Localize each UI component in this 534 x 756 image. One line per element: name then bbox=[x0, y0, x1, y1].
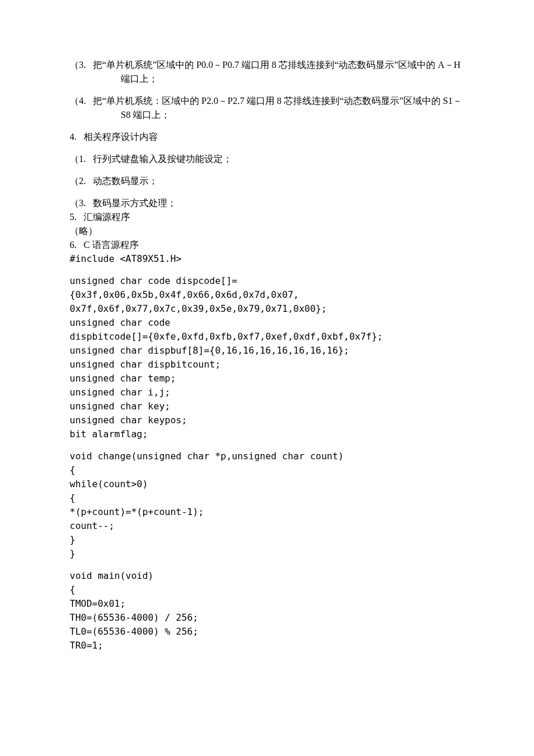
code-key: unsigned char key; bbox=[70, 399, 464, 413]
code-brace-close: } bbox=[70, 547, 464, 561]
blank-line bbox=[70, 266, 464, 274]
code-tl0: TL0=(65536-4000) % 256; bbox=[70, 625, 464, 639]
code-keypos: unsigned char keypos; bbox=[70, 413, 464, 427]
code-while: while(count>0) bbox=[70, 477, 464, 491]
code-temp: unsigned char temp; bbox=[70, 372, 464, 386]
code-assign: *(p+count)=*(p+count-1); bbox=[70, 505, 464, 519]
section-5-omit: （略） bbox=[70, 224, 464, 238]
code-ij: unsigned char i,j; bbox=[70, 386, 464, 399]
code-decrement: count--; bbox=[70, 519, 464, 533]
section-4-item-1: （1. 行列式键盘输入及按键功能设定； bbox=[70, 152, 464, 166]
blank-line bbox=[70, 561, 464, 569]
code-include: #include <AT89X51.H> bbox=[70, 252, 464, 266]
section-4-item-2: （2. 动态数码显示； bbox=[70, 174, 464, 188]
code-dispcode-2: 0x7f,0x6f,0x77,0x7c,0x39,0x5e,0x79,0x71,… bbox=[70, 302, 464, 316]
code-brace-open: { bbox=[70, 463, 464, 477]
code-dispbuf: unsigned char dispbuf[8]={0,16,16,16,16,… bbox=[70, 344, 464, 358]
document-page: （3. 把“单片机系统”区域中的 P0.0－P0.7 端口用 8 芯排线连接到“… bbox=[0, 0, 534, 756]
code-dispbitcount: unsigned char dispbitcount; bbox=[70, 358, 464, 372]
section-6-heading: 6. C 语言源程序 bbox=[70, 238, 464, 252]
code-dispbitcode-decl: unsigned char code bbox=[70, 316, 464, 330]
item-4: （4. 把“单片机系统：区域中的 P2.0－P2.7 端口用 8 芯排线连接到“… bbox=[70, 94, 464, 122]
code-brace-open: { bbox=[70, 583, 464, 597]
code-dispcode-1: unsigned char code dispcode[]={0x3f,0x06… bbox=[70, 274, 464, 302]
code-alarmflag: bit alarmflag; bbox=[70, 427, 464, 441]
code-brace-close: } bbox=[70, 533, 464, 547]
code-th0: TH0=(65536-4000) / 256; bbox=[70, 611, 464, 625]
code-change-decl: void change(unsigned char *p,unsigned ch… bbox=[70, 449, 464, 463]
code-tmod: TMOD=0x01; bbox=[70, 597, 464, 611]
item-3: （3. 把“单片机系统”区域中的 P0.0－P0.7 端口用 8 芯排线连接到“… bbox=[70, 58, 464, 86]
code-tr0: TR0=1; bbox=[70, 639, 464, 653]
blank-line bbox=[70, 441, 464, 449]
section-5-heading: 5. 汇编源程序 bbox=[70, 210, 464, 224]
code-brace-open: { bbox=[70, 491, 464, 505]
code-main-decl: void main(void) bbox=[70, 569, 464, 583]
section-4-item-3: （3. 数码显示方式处理； bbox=[70, 196, 464, 210]
section-4-heading: 4. 相关程序设计内容 bbox=[70, 130, 464, 144]
code-dispbitcode-vals: dispbitcode[]={0xfe,0xfd,0xfb,0xf7,0xef,… bbox=[70, 330, 464, 344]
